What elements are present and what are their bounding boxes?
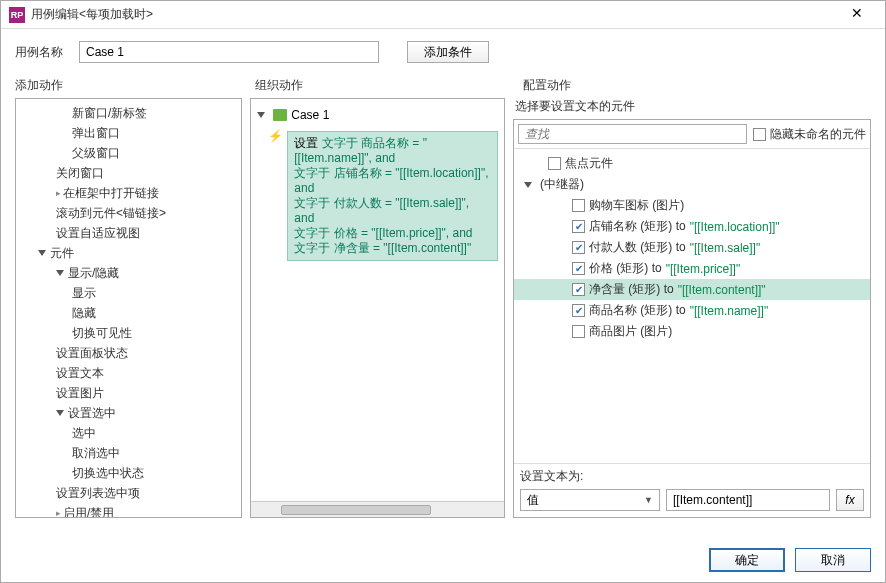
add-action-panel[interactable]: 新窗口/新标签弹出窗口父级窗口关闭窗口▸在框架中打开链接滚动到元件<锚链接>设置… [15,98,242,518]
fx-button[interactable]: fx [836,489,864,511]
column-headers: 添加动作 组织动作 配置动作 [1,73,885,98]
bolt-icon: ⚡ [268,129,283,143]
tree-group[interactable]: 元件 [16,243,241,263]
scrollbar-thumb[interactable] [281,505,431,515]
hide-unnamed-checkbox[interactable]: 隐藏未命名的元件 [753,126,866,143]
widget-label: 商品名称 (矩形) to [589,302,686,319]
expand-right-icon: ▸ [56,508,61,518]
col-header-configure: 配置动作 [523,73,871,98]
expand-icon[interactable] [38,250,46,256]
widget-label: 店铺名称 (矩形) to [589,218,686,235]
cancel-button[interactable]: 取消 [795,548,871,572]
set-text-action[interactable]: 设置 文字于 商品名称 = "[[Item.name]]", and 文字于 店… [287,131,498,261]
case-name-input[interactable] [79,41,379,63]
expand-icon[interactable] [524,182,532,188]
add-condition-button[interactable]: 添加条件 [407,41,489,63]
checkbox-icon[interactable] [753,128,766,141]
checkbox-icon[interactable] [572,283,585,296]
case-tree[interactable]: Case 1 ⚡ 设置 文字于 商品名称 = "[[Item.name]]", … [251,99,504,501]
widget-label: (中继器) [540,176,584,193]
tree-item-label: 切换可见性 [72,325,132,342]
checkbox-icon[interactable] [572,325,585,338]
case-label: Case 1 [291,108,329,122]
case-editor-dialog: RP 用例编辑<每项加载时> ✕ 用例名称 添加条件 添加动作 组织动作 配置动… [0,0,886,583]
tree-item-label: 关闭窗口 [56,165,104,182]
text-value-input[interactable] [666,489,830,511]
text-type-combo[interactable]: 值 ▼ [520,489,660,511]
tree-item-label: 设置图片 [56,385,104,402]
action-verb: 设置 [294,136,318,150]
tree-action-item[interactable]: 设置列表选中项 [16,483,241,503]
columns: 新窗口/新标签弹出窗口父级窗口关闭窗口▸在框架中打开链接滚动到元件<锚链接>设置… [1,98,885,540]
tree-action-item[interactable]: 切换选中状态 [16,463,241,483]
expand-right-icon: ▸ [56,188,61,198]
app-icon: RP [9,7,25,23]
expand-icon[interactable] [56,270,64,276]
tree-action-item[interactable]: 设置图片 [16,383,241,403]
set-text-row: 设置文本为: 值 ▼ fx [514,463,870,517]
tree-item-label: 滚动到元件<锚链接> [56,205,166,222]
action-line: 文字于 价格 = "[[Item.price]]", and [294,226,472,240]
tree-item-label: 新窗口/新标签 [72,105,147,122]
tree-action-item[interactable]: 设置文本 [16,363,241,383]
tree-item-label: 设置面板状态 [56,345,128,362]
configure-action-panel: 选择要设置文本的元件 隐藏未命名的元件 焦点元件(中继器)购物车图标 (图片)店… [513,98,871,518]
set-text-label: 设置文本为: [520,468,864,485]
tree-item-label: 选中 [72,425,96,442]
widget-label: 价格 (矩形) to [589,260,662,277]
tree-item-label: 在框架中打开链接 [63,185,159,202]
widget-item[interactable]: 商品名称 (矩形) to "[[Item.name]]" [514,300,870,321]
tree-group[interactable]: 设置选中 [16,403,241,423]
checkbox-icon[interactable] [548,157,561,170]
tree-item-label: 显示 [72,285,96,302]
widget-item[interactable]: 店铺名称 (矩形) to "[[Item.location]]" [514,216,870,237]
tree-action-item[interactable]: 弹出窗口 [16,123,241,143]
tree-action-item[interactable]: 父级窗口 [16,143,241,163]
widget-item[interactable]: 价格 (矩形) to "[[Item.price]]" [514,258,870,279]
tree-group[interactable]: 显示/隐藏 [16,263,241,283]
tree-action-item[interactable]: 设置面板状态 [16,343,241,363]
widget-value: "[[Item.price]]" [666,262,741,276]
horizontal-scrollbar[interactable] [251,501,504,517]
widget-label: 商品图片 (图片) [589,323,672,340]
widget-item[interactable]: 商品图片 (图片) [514,321,870,342]
widget-tree[interactable]: 焦点元件(中继器)购物车图标 (图片)店铺名称 (矩形) to "[[Item.… [514,149,870,463]
case-name-label: 用例名称 [15,44,71,61]
tree-action-item[interactable]: 滚动到元件<锚链接> [16,203,241,223]
hide-unnamed-label: 隐藏未命名的元件 [770,126,866,143]
widget-item[interactable]: 付款人数 (矩形) to "[[Item.sale]]" [514,237,870,258]
tree-action-item[interactable]: 设置自适应视图 [16,223,241,243]
checkbox-icon[interactable] [572,199,585,212]
tree-action-item[interactable]: 取消选中 [16,443,241,463]
widget-item[interactable]: 净含量 (矩形) to "[[Item.content]]" [514,279,870,300]
search-input[interactable] [518,124,747,144]
tree-action-item[interactable]: 显示 [16,283,241,303]
action-tree: 新窗口/新标签弹出窗口父级窗口关闭窗口▸在框架中打开链接滚动到元件<锚链接>设置… [16,99,241,518]
folder-icon [273,109,287,121]
tree-item-label: 弹出窗口 [72,125,120,142]
tree-action-item[interactable]: 切换可见性 [16,323,241,343]
expand-icon[interactable] [56,410,64,416]
tree-item-label: 隐藏 [72,305,96,322]
widget-label: 焦点元件 [565,155,613,172]
tree-action-item[interactable]: 新窗口/新标签 [16,103,241,123]
checkbox-icon[interactable] [572,304,585,317]
expand-icon[interactable] [257,112,265,118]
tree-action-item[interactable]: 关闭窗口 [16,163,241,183]
case-node[interactable]: Case 1 [257,105,498,125]
checkbox-icon[interactable] [572,241,585,254]
checkbox-icon[interactable] [572,220,585,233]
combo-value: 值 [527,492,539,509]
close-icon[interactable]: ✕ [837,5,877,25]
checkbox-icon[interactable] [572,262,585,275]
widget-item[interactable]: 焦点元件 [514,153,870,174]
tree-action-item[interactable]: 选中 [16,423,241,443]
widget-item[interactable]: 购物车图标 (图片) [514,195,870,216]
widget-group[interactable]: (中继器) [514,174,870,195]
tree-action-item[interactable]: ▸在框架中打开链接 [16,183,241,203]
search-row: 隐藏未命名的元件 [514,120,870,149]
tree-action-item[interactable]: 隐藏 [16,303,241,323]
ok-button[interactable]: 确定 [709,548,785,572]
tree-item-label: 取消选中 [72,445,120,462]
tree-action-item[interactable]: ▸启用/禁用 [16,503,241,518]
